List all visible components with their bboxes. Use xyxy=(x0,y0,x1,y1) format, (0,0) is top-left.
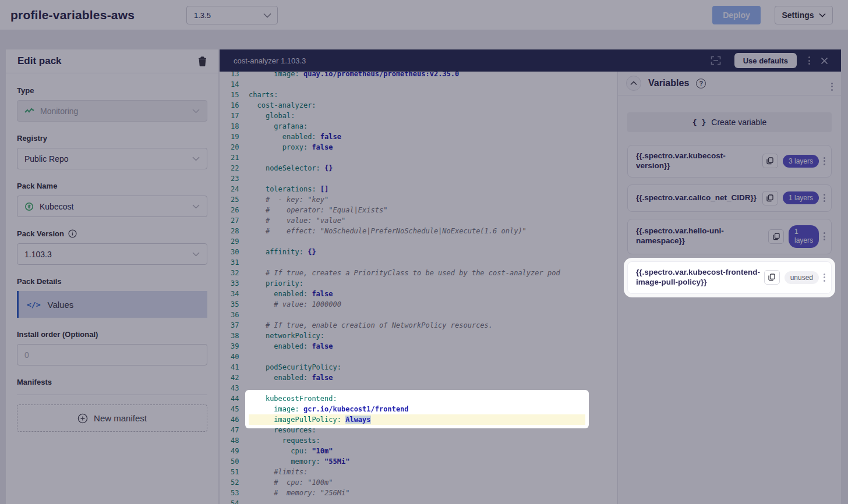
variable-row[interactable]: {{.spectro.var.kubecost-version}}3 layer… xyxy=(627,145,832,178)
code-line[interactable]: grafana: xyxy=(249,121,617,132)
registry-select[interactable]: Public Repo xyxy=(17,148,207,169)
chevron-down-icon xyxy=(192,109,200,113)
code-line[interactable]: affinity: {} xyxy=(249,247,617,257)
code-line[interactable] xyxy=(249,383,617,393)
close-icon[interactable] xyxy=(821,57,828,65)
line-number: 26 xyxy=(231,205,249,215)
pack-details-values-item[interactable]: </> Values xyxy=(17,291,207,318)
variable-row-kebab-icon[interactable] xyxy=(824,232,825,240)
code-line[interactable]: kubecostFrontend: xyxy=(249,393,585,404)
collapse-panel-button[interactable] xyxy=(626,76,641,91)
code-line[interactable] xyxy=(249,498,617,504)
layers-badge: 1 layers xyxy=(789,225,819,248)
code-line[interactable]: enabled: false xyxy=(249,132,617,142)
code-line[interactable]: imagePullPolicy: Always xyxy=(249,414,585,425)
variable-name: {{.spectro.var.kubecost-version}} xyxy=(636,151,762,171)
code-line[interactable]: tolerations: [] xyxy=(249,184,617,194)
editor-kebab-icon[interactable] xyxy=(808,56,810,65)
code-line[interactable]: memory: "55Mi" xyxy=(249,456,617,467)
copy-icon[interactable] xyxy=(762,154,778,168)
info-icon[interactable] xyxy=(68,229,77,238)
line-number: 38 xyxy=(231,331,249,341)
registry-label: Registry xyxy=(17,134,207,143)
code-line[interactable]: cost-analyzer: xyxy=(249,100,617,111)
line-number: 30 xyxy=(231,247,249,257)
trash-icon[interactable] xyxy=(198,56,207,66)
copy-icon[interactable] xyxy=(768,229,784,244)
code-line[interactable]: # operator: "Equal|Exists" xyxy=(249,205,617,215)
code-line[interactable]: #limits: xyxy=(249,467,617,477)
code-line[interactable]: nodeSelector: {} xyxy=(249,163,617,173)
code-line[interactable]: enabled: false xyxy=(249,341,617,352)
code-line[interactable]: # effect: "NoSchedule|PreferNoSchedule|N… xyxy=(249,226,617,236)
help-icon[interactable]: ? xyxy=(696,79,706,88)
pack-name-select[interactable]: Kubecost xyxy=(17,196,207,217)
variable-row[interactable]: {{.spectro.var.hello-uni-namespace}}1 la… xyxy=(627,219,832,254)
line-number: 23 xyxy=(231,173,249,184)
code-line[interactable] xyxy=(249,310,617,320)
variable-name: {{.spectro.var.kubecost-frontend-image-p… xyxy=(636,268,764,288)
settings-button[interactable]: Settings xyxy=(775,6,833,24)
code-line[interactable]: # - key: "key" xyxy=(249,194,617,205)
profile-version-select[interactable]: 1.3.5 xyxy=(186,6,278,24)
copy-icon[interactable] xyxy=(762,191,778,205)
settings-label: Settings xyxy=(782,10,814,20)
chevron-down-icon xyxy=(263,13,271,18)
create-variable-button[interactable]: { } Create variable xyxy=(627,112,832,132)
code-line[interactable]: # If true, creates a PriorityClass to be… xyxy=(249,268,617,278)
code-line[interactable]: cpu: "10m" xyxy=(249,446,617,456)
yaml-code-editor[interactable]: 1314151617181920212223242526272829303132… xyxy=(220,72,617,504)
code-line[interactable]: priority: xyxy=(249,278,617,289)
install-order-label: Install order (Optional) xyxy=(17,330,207,339)
variables-kebab-icon[interactable] xyxy=(831,76,833,91)
code-line[interactable]: resources: xyxy=(249,425,617,435)
code-line[interactable] xyxy=(249,257,617,268)
variable-row[interactable]: {{.spectro.var.calico_net_CIDR}}1 layers xyxy=(627,184,832,212)
code-line[interactable]: enabled: false xyxy=(249,372,617,383)
copy-icon[interactable] xyxy=(764,270,780,285)
line-number: 21 xyxy=(231,152,249,163)
variable-row-kebab-icon[interactable] xyxy=(824,194,825,202)
variables-panel: Variables ? { } Create variable {{.spect… xyxy=(617,72,841,504)
install-order-input[interactable] xyxy=(17,344,207,365)
line-number: 54 xyxy=(231,498,249,504)
profile-title: profile-variables-aws xyxy=(10,8,135,22)
code-line[interactable] xyxy=(249,79,617,90)
code-line[interactable]: networkPolicy: xyxy=(249,331,617,341)
code-line[interactable]: global: xyxy=(249,111,617,121)
code-line[interactable]: charts: xyxy=(249,90,617,100)
code-line[interactable]: proxy: false xyxy=(249,142,617,152)
line-number: 20 xyxy=(231,142,249,152)
pack-details-label: Pack Details xyxy=(17,277,207,286)
deploy-button[interactable]: Deploy xyxy=(712,6,761,24)
line-number: 17 xyxy=(231,111,249,121)
code-line[interactable]: podSecurityPolicy: xyxy=(249,362,617,372)
code-line[interactable]: image: quay.io/prometheus/prometheus:v2.… xyxy=(249,72,617,79)
variable-row[interactable]: {{.spectro.var.kubecost-frontend-image-p… xyxy=(627,261,832,294)
code-line[interactable]: # value: "value" xyxy=(249,215,617,226)
line-number: 52 xyxy=(231,477,249,488)
code-line[interactable]: image: gcr.io/kubecost1/frontend xyxy=(249,404,585,414)
code-line[interactable]: # cpu: "100m" xyxy=(249,477,617,488)
use-defaults-button[interactable]: Use defaults xyxy=(734,53,797,68)
editor-title: cost-analyzer 1.103.3 xyxy=(234,56,699,65)
code-line[interactable]: # memory: "256Mi" xyxy=(249,488,617,498)
expand-editor-icon[interactable] xyxy=(710,56,722,65)
code-line[interactable] xyxy=(249,236,617,247)
pack-version-label: Pack Version xyxy=(17,229,64,238)
code-line[interactable] xyxy=(249,173,617,184)
variable-row-kebab-icon[interactable] xyxy=(824,274,825,282)
new-manifest-button[interactable]: New manifest xyxy=(17,404,207,432)
code-line[interactable]: # If true, enable creation of NetworkPol… xyxy=(249,320,617,331)
line-number: 25 xyxy=(231,194,249,205)
chevron-down-icon xyxy=(819,13,826,17)
code-line[interactable]: requests: xyxy=(249,435,617,446)
variable-row-kebab-icon[interactable] xyxy=(824,157,825,165)
code-line[interactable]: # value: 1000000 xyxy=(249,299,617,310)
pack-version-select[interactable]: 1.103.3 xyxy=(17,243,207,265)
code-line[interactable] xyxy=(249,352,617,362)
code-line[interactable] xyxy=(249,152,617,163)
layers-badge: unused xyxy=(785,271,819,284)
pack-name-value: Kubecost xyxy=(40,202,73,211)
code-line[interactable]: enabled: false xyxy=(249,289,617,299)
